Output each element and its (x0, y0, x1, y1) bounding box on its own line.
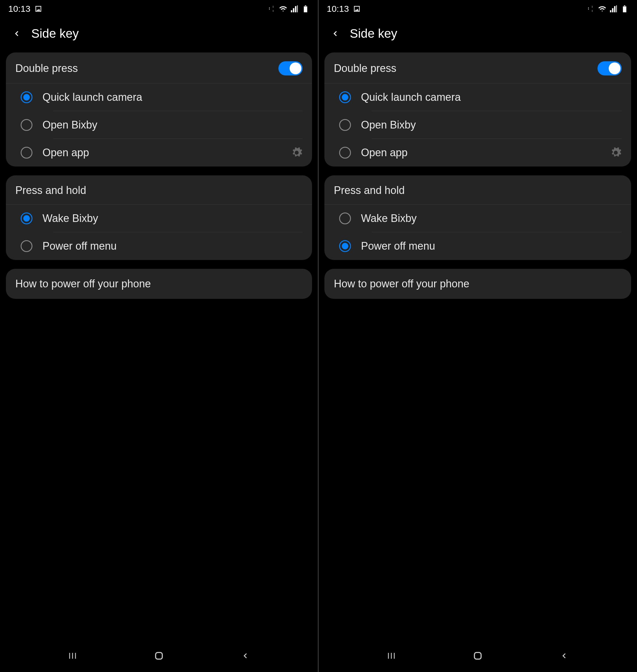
home-button[interactable] (470, 649, 485, 663)
recents-button[interactable] (65, 649, 80, 663)
option-power-off-menu[interactable]: Power off menu (6, 232, 312, 260)
status-time: 10:13 (8, 4, 30, 14)
content-area: Double press Quick launch camera Open Bi… (318, 53, 637, 299)
navigation-bar (318, 639, 637, 672)
content-area: Double press Quick launch camera Open Bi… (0, 53, 318, 299)
option-label: Power off menu (361, 240, 622, 252)
press-hold-card: Press and hold Wake Bixby Power off menu (324, 175, 631, 260)
option-quick-launch-camera[interactable]: Quick launch camera (324, 83, 631, 111)
image-icon (353, 5, 361, 13)
vibrate-icon (268, 5, 276, 13)
wifi-icon (598, 5, 606, 13)
back-nav-button[interactable] (238, 649, 253, 663)
press-hold-header: Press and hold (6, 175, 312, 205)
option-power-off-menu[interactable]: Power off menu (324, 232, 631, 260)
double-press-card: Double press Quick launch camera Open Bi… (324, 53, 631, 167)
option-label: Open app (361, 147, 600, 159)
info-card[interactable]: How to power off your phone (6, 269, 312, 299)
status-bar: 10:13 (0, 0, 318, 18)
option-label: Quick launch camera (361, 91, 622, 104)
option-wake-bixby[interactable]: Wake Bixby (324, 205, 631, 232)
wifi-icon (279, 5, 287, 13)
info-card[interactable]: How to power off your phone (324, 269, 631, 299)
radio-open-bixby[interactable] (21, 119, 33, 131)
page-header: Side key (0, 18, 318, 53)
radio-power-off-menu[interactable] (21, 240, 33, 252)
battery-icon (620, 5, 629, 13)
svg-rect-7 (474, 653, 481, 659)
option-label: Wake Bixby (361, 212, 622, 225)
svg-rect-3 (156, 653, 163, 659)
radio-power-off-menu[interactable] (339, 240, 351, 252)
radio-wake-bixby[interactable] (339, 212, 351, 224)
radio-open-app[interactable] (339, 147, 351, 158)
battery-icon (302, 5, 310, 13)
press-hold-title: Press and hold (334, 184, 405, 197)
phone-screen-left: 10:13 Side key Double press Quick launch… (0, 0, 318, 672)
radio-open-app[interactable] (21, 147, 33, 158)
option-open-bixby[interactable]: Open Bixby (324, 111, 631, 139)
gear-icon[interactable] (291, 147, 303, 158)
back-button[interactable] (329, 27, 342, 40)
phone-screen-right: 10:13 Side key Double press Quick launch… (318, 0, 637, 672)
radio-open-bixby[interactable] (339, 119, 351, 131)
double-press-title: Double press (15, 62, 78, 75)
radio-wake-bixby[interactable] (21, 212, 33, 224)
press-hold-header: Press and hold (324, 175, 631, 205)
double-press-header: Double press (6, 53, 312, 83)
signal-icon (290, 5, 298, 13)
page-header: Side key (318, 18, 637, 53)
page-title: Side key (31, 26, 79, 41)
page-title: Side key (350, 26, 397, 41)
press-hold-card: Press and hold Wake Bixby Power off menu (6, 175, 312, 260)
double-press-title: Double press (334, 62, 396, 75)
back-button[interactable] (10, 27, 23, 40)
image-icon (35, 5, 42, 13)
option-wake-bixby[interactable]: Wake Bixby (6, 205, 312, 232)
option-label: Power off menu (42, 240, 303, 252)
info-text: How to power off your phone (15, 278, 151, 290)
press-hold-title: Press and hold (15, 184, 86, 197)
back-nav-button[interactable] (557, 649, 571, 663)
recents-button[interactable] (384, 649, 399, 663)
navigation-bar (0, 639, 318, 672)
signal-icon (609, 5, 618, 13)
status-bar: 10:13 (318, 0, 637, 18)
option-label: Open app (42, 147, 281, 159)
gear-icon[interactable] (610, 147, 622, 158)
option-quick-launch-camera[interactable]: Quick launch camera (6, 83, 312, 111)
double-press-toggle[interactable] (598, 61, 622, 75)
vibrate-icon (587, 5, 595, 13)
option-open-bixby[interactable]: Open Bixby (6, 111, 312, 139)
double-press-header: Double press (324, 53, 631, 83)
option-open-app[interactable]: Open app (6, 139, 312, 167)
status-time: 10:13 (327, 4, 349, 14)
home-button[interactable] (151, 649, 166, 663)
option-label: Wake Bixby (42, 212, 303, 225)
radio-quick-launch-camera[interactable] (339, 91, 351, 103)
option-open-app[interactable]: Open app (324, 139, 631, 167)
option-label: Open Bixby (361, 119, 622, 131)
info-text: How to power off your phone (334, 278, 470, 290)
double-press-card: Double press Quick launch camera Open Bi… (6, 53, 312, 167)
double-press-toggle[interactable] (278, 61, 303, 75)
option-label: Quick launch camera (42, 91, 303, 104)
radio-quick-launch-camera[interactable] (21, 91, 33, 103)
option-label: Open Bixby (42, 119, 303, 131)
